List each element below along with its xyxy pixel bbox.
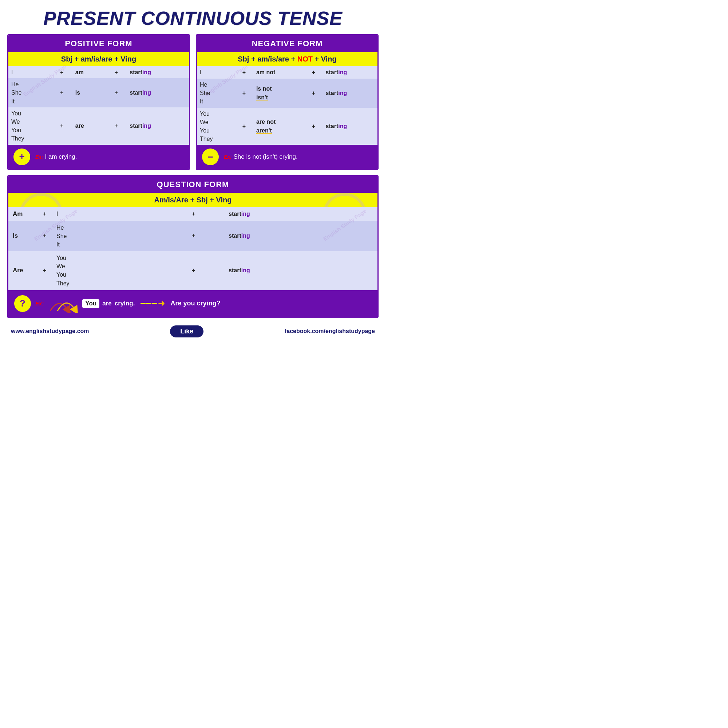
verb-cell: are [72, 107, 106, 145]
formula-not: NOT [297, 55, 313, 63]
subject-cell: I [197, 66, 235, 79]
plus-sign: + [304, 66, 323, 79]
neg-verb-cell: is not isn't [253, 79, 304, 108]
positive-example-sentence: I am crying. [45, 153, 77, 160]
positive-example-text: Ex: I am crying. [35, 153, 77, 161]
question-example-content: Ex: You are crying. [35, 294, 372, 313]
negative-form-panel: NEGATIVE FORM Sbj + am/is/are + NOT + Vi… [196, 34, 379, 170]
plus-sign: + [51, 66, 72, 78]
footer-right-url: facebook.com/englishstudypage [284, 328, 375, 335]
dashed-arrow: ➜ [141, 299, 165, 308]
aux-cell: Am [8, 207, 37, 220]
dash3 [152, 303, 157, 304]
plus-sign: + [304, 79, 323, 108]
subject-cell: HeSheIt [8, 78, 51, 107]
table-row: Is + HeSheIt + starting [8, 221, 378, 252]
starting-cell: starting [127, 107, 189, 145]
negative-header: NEGATIVE FORM [197, 35, 378, 52]
you-word: You [82, 299, 99, 308]
question-table: Am + I + starting Is + HeSheIt + startin… [8, 207, 378, 290]
dash2 [146, 303, 151, 304]
result-sentence: Are you crying? [170, 300, 220, 307]
positive-example-row: + Ex: I am crying. [8, 145, 189, 169]
positive-table: I + am + starting HeSheIt + is + startin… [8, 66, 189, 145]
formula-end: + Ving [313, 55, 337, 63]
table-row: HeSheIt + is not isn't + starting [197, 79, 378, 108]
question-form-panel: QUESTION FORM Am/Is/Are + Sbj + Ving Eng… [7, 175, 379, 318]
plus-sign: + [162, 251, 224, 290]
arrow-icon: ➜ [158, 299, 165, 308]
plus-sign: + [51, 78, 72, 107]
table-row: YouWeYouThey + are + starting [8, 107, 189, 145]
negative-table: I + am not + starting HeSheIt + is not i… [197, 66, 378, 145]
ex-label: Ex: [35, 300, 44, 306]
subject-cell: I [52, 207, 162, 220]
question-header: QUESTION FORM [8, 176, 378, 193]
aux-cell: Are [8, 251, 37, 290]
positive-header: POSITIVE FORM [8, 35, 189, 52]
plus-sign: + [235, 108, 253, 145]
plus-sign: + [106, 107, 127, 145]
verb-cell: am [72, 66, 106, 78]
plus-sign: + [106, 78, 127, 107]
positive-table-body: English Study Page I + am + starting HeS… [8, 66, 189, 145]
subject-cell: YouWeYouThey [52, 251, 162, 290]
formula-base: Sbj + am/is/are + [238, 55, 297, 63]
negative-table-body: English Study Page I + am not + starting… [197, 66, 378, 145]
footer: www.englishstudypage.com Like facebook.c… [7, 323, 379, 340]
starting-cell: starting [323, 79, 378, 108]
subject-cell: HeSheIt [197, 79, 235, 108]
footer-left-url: www.englishstudypage.com [11, 328, 89, 335]
plus-sign: + [37, 251, 52, 290]
plus-sign: + [235, 79, 253, 108]
question-formula: Am/Is/Are + Sbj + Ving [8, 193, 378, 207]
starting-cell: starting [127, 66, 189, 78]
neg-verb-cell: are not aren't [253, 108, 304, 145]
plus-sign: + [37, 207, 52, 220]
positive-formula: Sbj + am/is/are + Ving [8, 52, 189, 66]
starting-cell: starting [224, 221, 378, 252]
subject-cell: YouWeYouThey [197, 108, 235, 145]
ex-label: Ex: [35, 154, 43, 160]
starting-cell: starting [127, 78, 189, 107]
starting-cell: starting [224, 251, 378, 290]
question-formula-text: Am/Is/Are + Sbj + Ving [154, 196, 231, 204]
arch-arrows-svg [47, 294, 80, 313]
negative-badge: − [202, 148, 219, 165]
question-table-body: English Study Page English Study Page Am… [8, 207, 378, 290]
plus-sign: + [162, 221, 224, 252]
plus-sign: + [106, 66, 127, 78]
positive-badge: + [14, 148, 30, 165]
table-row: I + am + starting [8, 66, 189, 78]
table-row: YouWeYouThey + are not aren't + starting [197, 108, 378, 145]
table-row: Are + YouWeYouThey + starting [8, 251, 378, 290]
ex-label: Ex: [224, 154, 232, 160]
are-word: are [102, 300, 112, 307]
subject-cell: HeSheIt [52, 221, 162, 252]
starting-cell: starting [224, 207, 378, 220]
plus-sign: + [304, 108, 323, 145]
question-example-row: ? Ex: You are crying. [8, 290, 378, 317]
page-title: PRESENT CONTINUOUS TENSE [7, 4, 379, 34]
negative-formula: Sbj + am/is/are + NOT + Ving [197, 52, 378, 66]
plus-sign: + [235, 66, 253, 79]
like-button[interactable]: Like [170, 326, 203, 337]
negative-example-row: − Ex: She is not (isn't) crying. [197, 145, 378, 169]
negative-example-sentence: She is not (isn't) crying. [234, 153, 298, 160]
arch-right-deco [323, 193, 367, 207]
plus-sign: + [162, 207, 224, 220]
question-badge: ? [14, 295, 31, 312]
dash1 [141, 303, 145, 304]
neg-verb-cell: am not [253, 66, 304, 79]
positive-form-panel: POSITIVE FORM Sbj + am/is/are + Ving Eng… [7, 34, 190, 170]
subject-cell: I [8, 66, 51, 78]
verb-cell: is [72, 78, 106, 107]
plus-sign: + [51, 107, 72, 145]
subject-cell: YouWeYouThey [8, 107, 51, 145]
arch-left-deco [19, 193, 63, 207]
table-row: HeSheIt + is + starting [8, 78, 189, 107]
plus-sign: + [37, 221, 52, 252]
crying-word: crying. [115, 300, 135, 307]
aux-cell: Is [8, 221, 37, 252]
starting-cell: starting [323, 108, 378, 145]
